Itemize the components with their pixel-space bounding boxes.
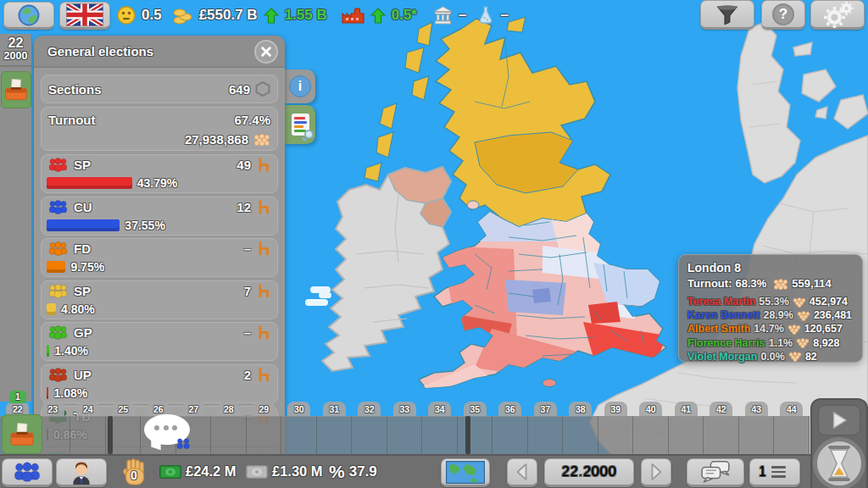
world-map-button[interactable] [441,458,490,487]
election-category-tile[interactable] [1,71,31,108]
timeline-week[interactable]: 44 [774,402,810,454]
timeline-week[interactable]: 34 [422,402,458,454]
week-number: 29 [253,402,275,416]
country-flag-button[interactable] [59,2,110,30]
week-column [669,416,704,454]
panel-title: General elections [47,44,153,58]
settings-button[interactable] [810,0,865,30]
politician-button[interactable] [56,458,107,487]
turnout-card[interactable]: Turnout 67.4% 27,938,868 [41,107,278,151]
coins-icon [173,7,193,25]
tab-info[interactable]: i [285,69,315,103]
week-column [422,416,458,454]
production-up-arrow-icon [370,8,386,24]
timeline-week[interactable]: 38 [563,402,598,454]
close-icon [261,46,271,58]
week-number: 28 [217,402,240,416]
close-button[interactable] [254,40,278,64]
timeline-week[interactable]: 28 [211,402,247,454]
globe-icon [17,3,41,27]
seat-chair-icon [257,325,270,340]
timeline-week[interactable]: 40 [633,402,669,454]
party-people-icon [48,158,68,172]
messages-button[interactable] [687,458,744,487]
timeline-week[interactable]: 36 [492,402,528,454]
candidate-row: Albert Smith 14.7% 120,657 [687,322,854,336]
help-button[interactable]: ? [761,0,805,30]
population-button[interactable] [2,458,53,487]
party-people-mini-icon [175,437,193,450]
party-row[interactable]: SP 7 4.80% [41,280,278,319]
timeline-week[interactable]: 29 [247,402,282,454]
timeline-week[interactable]: 41 [669,402,704,454]
cash-indicator: £24.2 M [159,463,236,480]
week-number: 43 [745,402,768,416]
timeline-divider [465,416,470,454]
timeline-week[interactable]: 31 [317,402,353,454]
election-event-marker[interactable] [2,414,42,454]
week-column [704,416,739,454]
tab-inspect-results[interactable] [285,105,315,144]
party-abbr: GP [74,325,92,340]
timeline-week[interactable]: 37 [528,402,564,454]
party-row[interactable]: UP 2 1.08% [41,364,278,403]
party-seats: 2 [244,368,251,382]
week-number: 33 [393,402,416,416]
play-button[interactable] [818,405,860,435]
people-group-icon [13,462,42,482]
funds2-value: £1.30 M [272,463,323,480]
party-row[interactable]: SP 49 43.79% [41,154,278,193]
treasury-change: 1.55 B [285,7,327,24]
timeline-week[interactable]: 39 [598,402,634,454]
treasury-value: £550.7 B [199,7,258,24]
bank-icon [433,6,453,25]
hand-counter[interactable]: 0 [122,458,149,487]
timeline-week[interactable]: 24 [70,402,106,454]
candidate-votes: 82 [805,349,817,364]
next-week-button[interactable] [641,458,671,487]
sections-card[interactable]: Sections 649 [41,75,278,103]
filter-button[interactable] [700,0,754,30]
speech-event-marker[interactable] [142,413,192,450]
timeline-week[interactable]: 42 [704,402,739,454]
timeline-week[interactable]: 35 [458,402,493,454]
current-date-button[interactable]: 22.2000 [544,458,634,487]
globe-button[interactable] [3,2,54,30]
prev-week-button[interactable] [507,458,537,487]
party-row[interactable]: FD – 9.75% [41,238,278,277]
current-date: 22.2000 [562,463,617,480]
approval-value: 37.9 [349,463,377,480]
week-number: 23 [42,402,64,416]
crowd-icon [788,351,802,362]
week-column [70,416,106,454]
play-icon [830,410,849,430]
party-seats: – [244,325,251,340]
party-abbr: SP [74,284,91,298]
week-number: 44 [780,402,803,416]
week-number: 30 [287,402,310,416]
week-column [739,416,775,454]
turnout-percent: 67.4% [234,113,270,127]
uk-flag-icon [66,3,103,26]
week-number: 41 [675,402,698,416]
timeline-week[interactable]: 43 [739,402,775,454]
flask-icon [477,6,494,25]
party-abbr: CU [74,200,92,214]
timeline-week[interactable]: 30 [281,402,317,454]
isle-of-wight [542,380,556,387]
party-row[interactable]: GP – 1.40% [41,322,278,361]
candidate-row: Violet Morgan 0.0% 82 [687,350,854,363]
timeline-week[interactable]: 33 [387,402,423,454]
event-list-button[interactable]: 1 [749,458,800,487]
party-row[interactable]: CU 12 37.55% [41,197,278,236]
treasury-up-arrow-icon [264,8,279,24]
hourglass-button[interactable] [813,437,865,488]
science-value: – [500,7,508,24]
party-vote-bar: 1.40% [47,344,88,358]
week-number: 39 [604,402,627,416]
timeline-week[interactable]: 32 [352,402,387,454]
party-people-icon [48,200,68,214]
party-people-icon [48,368,68,382]
party-abbr: SP [74,158,91,172]
tooltip-turnout-percent: 68.3% [735,277,766,290]
